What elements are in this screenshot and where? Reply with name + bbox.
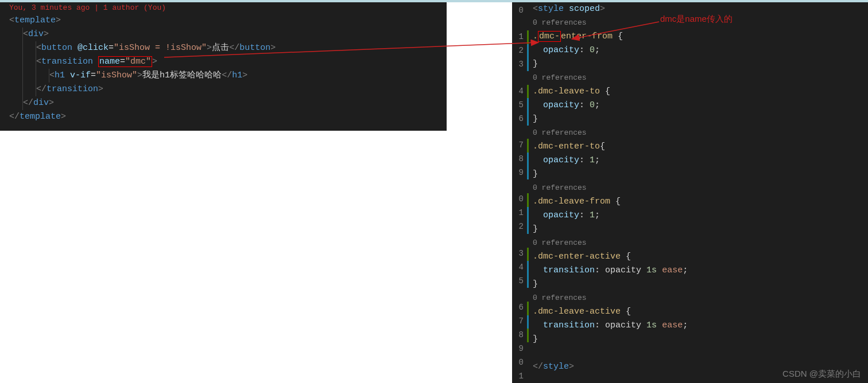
codelens-refs[interactable]: 0 references — [533, 291, 868, 305]
left-code[interactable]: <template> <div> <button @click="isShow … — [0, 14, 447, 124]
code-line: </div> — [9, 96, 447, 110]
code-line: .dmc-enter-to{ — [533, 140, 868, 154]
line-number-gutter: 0123456789012345678901 — [512, 2, 527, 383]
code-line: <button @click="isShow = !isShow">点击</bu… — [9, 41, 447, 55]
code-line: .dmc-leave-from { — [533, 195, 868, 209]
code-line: } — [533, 167, 868, 181]
code-line: .dmc-enter-active { — [533, 250, 868, 264]
name-attr-highlight: name="dmc" — [98, 56, 152, 67]
code-line: } — [533, 278, 868, 291]
modification-indicator — [527, 2, 533, 383]
code-line — [533, 346, 868, 360]
code-line: </template> — [9, 110, 447, 124]
codelens-refs[interactable]: 0 references — [533, 181, 868, 195]
code-line: </transition> — [9, 83, 447, 96]
right-code[interactable]: <style scoped> 0 references .dmc-enter-f… — [533, 2, 868, 383]
annotation-label: dmc是name传入的 — [660, 14, 733, 25]
left-editor-pane[interactable]: You, 3 minutes ago | 1 author (You) <tem… — [0, 2, 447, 131]
code-line: .dmc-enter-from { — [533, 30, 868, 44]
code-line: } — [533, 222, 868, 236]
git-blame-line: You, 3 minutes ago | 1 author (You) — [0, 2, 447, 14]
codelens-refs[interactable]: 0 references — [533, 236, 868, 250]
code-line: opacity: 1; — [533, 154, 868, 167]
dmc-prefix-highlight: dmc- — [538, 31, 561, 42]
code-line: <div> — [9, 28, 447, 41]
code-line: } — [533, 57, 868, 71]
code-line: } — [533, 112, 868, 126]
code-line: transition: opacity 1s ease; — [533, 264, 868, 278]
code-line: <h1 v-if="isShow">我是h1标签哈哈哈哈</h1> — [9, 69, 447, 83]
code-line: <template> — [9, 14, 447, 28]
codelens-refs[interactable]: 0 references — [533, 126, 868, 140]
right-editor-pane[interactable]: 0123456789012345678901 <style scoped> 0 … — [512, 2, 868, 383]
code-line: transition: opacity 1s ease; — [533, 319, 868, 333]
code-line: } — [533, 333, 868, 346]
codelens-refs[interactable]: 0 references — [533, 71, 868, 85]
code-line: opacity: 1; — [533, 209, 868, 222]
code-line: opacity: 0; — [533, 99, 868, 112]
code-line: opacity: 0; — [533, 44, 868, 57]
watermark: CSDN @卖菜的小白 — [782, 369, 861, 380]
code-line: <transition name="dmc"> — [9, 55, 447, 69]
code-line: .dmc-leave-active { — [533, 305, 868, 319]
code-line: .dmc-leave-to { — [533, 85, 868, 99]
